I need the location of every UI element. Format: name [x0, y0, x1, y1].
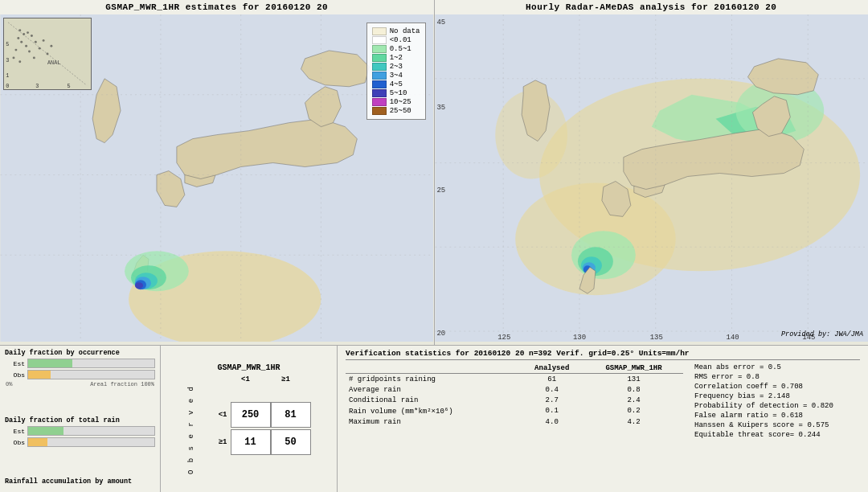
legend-color-lt001: [372, 36, 387, 44]
svg-text:25: 25: [436, 187, 445, 195]
est-occurrence-fill: [28, 359, 72, 367]
ct-row-label-ge1: ≥1: [199, 438, 231, 446]
stats-row-analysed-2: 2.7: [519, 395, 584, 405]
svg-point-15: [33, 56, 35, 59]
axis-100: Areal fraction 100%: [90, 381, 154, 387]
right-map-svg: 45 35 25 20 125 130 135 140 145: [435, 14, 869, 342]
top-section: GSMAP_MWR_1HR estimates for 20160120 20: [0, 0, 868, 346]
est-rain-label: Est: [5, 428, 25, 435]
svg-text:1: 1: [6, 72, 9, 79]
right-map-area: 45 35 25 20 125 130 135 140 145 Provided…: [435, 14, 869, 342]
obs-occurrence-label: Obs: [5, 371, 25, 379]
legend-color-nodata: [372, 27, 387, 35]
legend-label-4-5: 4~5: [390, 80, 403, 88]
legend-color-25-50: [372, 107, 387, 115]
provided-by-label: Provided by: JWA/JMA: [781, 330, 863, 338]
contingency-title: GSMAP_MWR_1HR: [217, 363, 280, 372]
stats-right-item-2: Correlation coeff = 0.708: [694, 383, 860, 391]
stats-row-gsmap-1: 0.8: [584, 384, 683, 395]
legend-item-25-50: 25~50: [372, 107, 420, 115]
est-rain-bar: [27, 426, 155, 436]
stats-right-item-7: Equitable threat score= 0.244: [694, 431, 860, 439]
est-rain-row: Est: [5, 426, 155, 436]
stats-row-1: Average rain0.40.8: [346, 384, 683, 395]
stats-right-item-6: Hanssen & Kuipers score = 0.575: [694, 421, 860, 429]
stats-right-item-1: RMS error = 0.8: [694, 373, 860, 381]
svg-point-17: [50, 45, 52, 47]
legend-item-2-3: 2~3: [372, 63, 420, 71]
svg-point-3: [17, 37, 19, 39]
col-header-ge1: ≥1: [266, 375, 306, 383]
svg-text:125: 125: [497, 334, 510, 342]
stats-row-gsmap-2: 2.4: [584, 395, 683, 405]
col-header-lt1: <1: [226, 375, 266, 383]
svg-point-9: [14, 49, 17, 51]
stats-right: Mean abs error = 0.5RMS error = 0.8Corre…: [691, 363, 860, 489]
svg-text:0: 0: [6, 83, 9, 89]
stats-right-item-3: Frequency bias = 2.148: [694, 392, 860, 400]
legend-box: No data <0.01 0.5~1 1~2: [366, 23, 426, 120]
obs-rain-row: Obs: [5, 437, 155, 447]
right-map-title: Hourly Radar-AMeDAS analysis for 2016012…: [435, 0, 869, 14]
obs-rain-label: Obs: [5, 439, 25, 446]
main-container: GSMAP_MWR_1HR estimates for 20160120 20: [0, 0, 868, 492]
charts-panel: Daily fraction by occurrence Est Obs 0% …: [0, 346, 161, 492]
svg-text:3: 3: [6, 57, 9, 64]
legend-label-10-25: 10~25: [390, 98, 411, 106]
stats-row-0: # gridpoints raining61131: [346, 374, 683, 385]
stats-row-analysed-1: 0.4: [519, 384, 584, 395]
legend-item-05-1: 0.5~1: [372, 45, 420, 53]
svg-text:140: 140: [726, 334, 739, 342]
svg-point-40: [135, 282, 143, 289]
legend-label-05-1: 0.5~1: [390, 45, 411, 53]
stats-content: Analysed GSMAP_MWR_1HR # gridpoints rain…: [346, 363, 860, 489]
rainfall-title: Rainfall accumulation by amount: [5, 478, 155, 486]
svg-point-8: [35, 41, 37, 43]
legend-color-1-2: [372, 54, 387, 62]
obs-occurrence-row: Obs: [5, 370, 155, 379]
obs-rain-fill: [28, 438, 47, 446]
est-occurrence-label: Est: [5, 360, 25, 367]
stats-row-gsmap-3: 0.2: [584, 405, 683, 416]
legend-color-05-1: [372, 45, 387, 53]
stats-row-3: Rain volume (mm*km²×10⁶)0.10.2: [346, 405, 683, 416]
right-map-panel: Hourly Radar-AMeDAS analysis for 2016012…: [435, 0, 869, 345]
stats-row-gsmap-0: 131: [584, 374, 683, 385]
est-occurrence-row: Est: [5, 359, 155, 368]
legend-color-4-5: [372, 80, 387, 88]
stats-row-analysed-3: 0.1: [519, 405, 584, 416]
occurrence-title: Daily fraction by occurrence: [5, 349, 155, 357]
legend-item-nodata: No data: [372, 27, 420, 35]
col-header-gsmap: GSMAP_MWR_1HR: [584, 363, 683, 374]
occurrence-chart: Daily fraction by occurrence Est Obs 0% …: [5, 349, 155, 387]
stats-table: Analysed GSMAP_MWR_1HR # gridpoints rain…: [346, 363, 683, 489]
stats-row-label-0: # gridpoints raining: [346, 374, 519, 385]
stats-row-label-4: Maximum rain: [346, 416, 519, 427]
obs-occurrence-fill: [28, 371, 51, 379]
svg-text:3: 3: [35, 83, 39, 89]
est-rain-fill: [28, 427, 63, 435]
ct-cell-a: 250: [231, 402, 271, 428]
stats-row-label-1: Average rain: [346, 384, 519, 395]
legend-color-5-10: [372, 89, 387, 97]
legend-item-5-10: 5~10: [372, 89, 420, 97]
legend-item-lt001: <0.01: [372, 36, 420, 44]
svg-text:130: 130: [572, 334, 585, 342]
left-map-panel: GSMAP_MWR_1HR estimates for 20160120 20: [0, 0, 435, 345]
left-map-title: GSMAP_MWR_1HR estimates for 20160120 20: [0, 0, 434, 14]
stats-row-label-3: Rain volume (mm*km²×10⁶): [346, 405, 519, 416]
est-occurrence-bar: [27, 359, 155, 368]
legend-color-10-25: [372, 98, 387, 106]
svg-point-5: [20, 41, 23, 43]
legend-color-2-3: [372, 63, 387, 71]
ct-cell-c: 11: [231, 429, 271, 455]
stats-right-item-0: Mean abs error = 0.5: [694, 363, 860, 371]
svg-point-13: [12, 56, 14, 59]
ct-row-label-lt1: <1: [199, 411, 231, 419]
rainfall-chart: Rainfall accumulation by amount: [5, 478, 155, 487]
obs-rain-bar: [27, 437, 155, 447]
legend-label-3-4: 3~4: [390, 72, 403, 80]
svg-point-7: [25, 45, 27, 47]
stats-row-2: Conditional rain2.72.4: [346, 395, 683, 405]
stats-row-gsmap-4: 4.2: [584, 416, 683, 427]
